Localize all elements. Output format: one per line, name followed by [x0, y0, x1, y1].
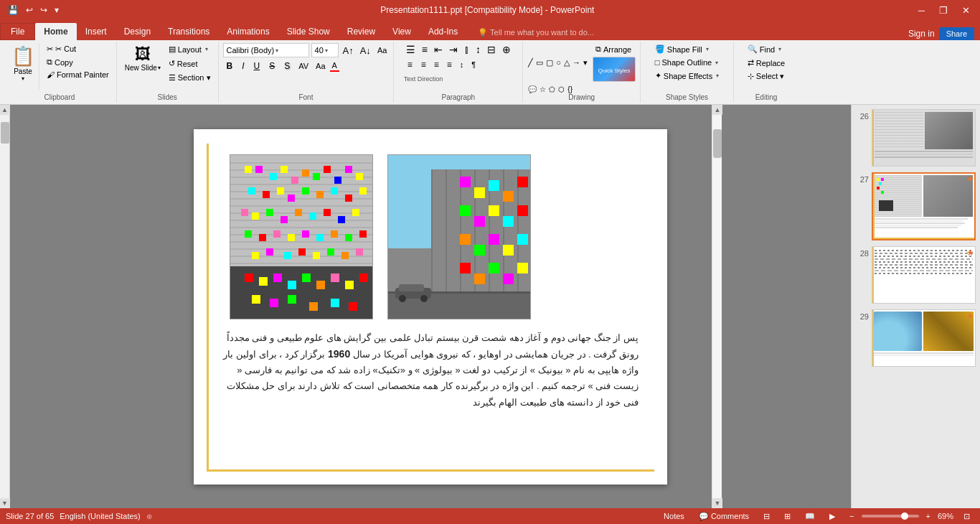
decrease-indent-button[interactable]: ⇤: [432, 43, 445, 56]
shape-arrow[interactable]: →: [572, 57, 581, 67]
reading-view-button[interactable]: 📖: [801, 511, 819, 522]
zoom-thumb[interactable]: [901, 513, 908, 520]
shape-line[interactable]: ╱: [527, 57, 534, 68]
thumbnail-27[interactable]: 27: [854, 171, 977, 242]
thumb-img-28[interactable]: [872, 246, 976, 304]
align-left-button[interactable]: ≡: [404, 58, 416, 71]
format-painter-button[interactable]: 🖌 Format Painter: [44, 69, 112, 80]
slide-vscroll[interactable]: ▲ ▼: [712, 105, 722, 508]
font-name-selector[interactable]: Calibri (Body) ▾: [223, 43, 309, 57]
new-slide-arrow[interactable]: ▾: [158, 65, 161, 71]
vscroll-up[interactable]: ▲: [712, 105, 722, 115]
italic-button[interactable]: I: [238, 60, 248, 72]
minimize-button[interactable]: ─: [914, 4, 929, 17]
slide-canvas[interactable]: پس از جنگ جهانی دوم و آغاز دهه شصت قرن ب…: [194, 129, 667, 485]
clear-formatting-button[interactable]: Aa: [375, 45, 389, 55]
tab-design[interactable]: Design: [116, 23, 159, 40]
vscroll-track[interactable]: [712, 115, 722, 498]
left-scroll-thumb[interactable]: [1, 122, 9, 144]
shape-rounded-rect[interactable]: ▢: [545, 57, 554, 68]
tab-transitions[interactable]: Transitions: [159, 23, 218, 40]
close-button[interactable]: ✕: [958, 4, 974, 17]
maximize-button[interactable]: ❐: [935, 4, 952, 17]
justify-button[interactable]: ≡: [444, 59, 455, 70]
tab-insert[interactable]: Insert: [77, 23, 116, 40]
new-slide-button[interactable]: 🖼 New Slide ▾: [121, 43, 164, 74]
normal-view-button[interactable]: ⊟: [759, 511, 774, 522]
replace-button[interactable]: ⇄ Replace: [745, 57, 788, 69]
increase-font-button[interactable]: A↑: [341, 45, 356, 57]
text-direction-button[interactable]: ↕: [473, 43, 483, 56]
shape-rect[interactable]: ▭: [535, 57, 544, 68]
numbering-button[interactable]: ≡: [420, 43, 430, 56]
align-center-button[interactable]: ≡: [418, 59, 429, 70]
share-button[interactable]: Share: [939, 27, 974, 40]
thumbnail-28[interactable]: 28 ★: [854, 245, 977, 305]
paste-dropdown-arrow[interactable]: ▾: [22, 75, 24, 82]
tab-view[interactable]: View: [384, 23, 420, 40]
shape-fill-button[interactable]: 🪣 Shape Fill ▾: [652, 43, 712, 55]
columns-button[interactable]: ⫿: [462, 43, 471, 56]
thumbnail-29[interactable]: 29: [854, 308, 977, 368]
shadow-button[interactable]: S: [281, 60, 293, 72]
thumb-img-26[interactable]: [872, 109, 976, 167]
decrease-font-button[interactable]: A↓: [358, 45, 373, 57]
paste-button[interactable]: 📋 Paste ▾: [7, 43, 39, 90]
bold-button[interactable]: B: [223, 60, 237, 72]
line-spacing-button[interactable]: ↕: [457, 60, 467, 70]
sign-in-button[interactable]: Sign in: [908, 29, 935, 39]
tab-file[interactable]: File: [0, 23, 35, 40]
underline-button[interactable]: U: [250, 60, 264, 72]
undo-icon[interactable]: ↩: [24, 4, 35, 17]
zoom-level[interactable]: 69%: [938, 512, 953, 520]
select-button[interactable]: ⊹ Select ▾: [745, 70, 788, 83]
accessibility-icon[interactable]: ⊕: [146, 513, 152, 520]
paragraph-spacing-button[interactable]: ¶: [468, 60, 479, 70]
align-text-button[interactable]: ⊟: [485, 43, 498, 56]
shape-effects-button[interactable]: ✦ Shape Effects ▾: [652, 70, 722, 82]
cut-button[interactable]: ✂ ✂ Cut: [44, 43, 112, 55]
zoom-track[interactable]: [862, 515, 919, 518]
thumbnail-26[interactable]: 26: [854, 108, 977, 168]
redo-icon[interactable]: ↪: [38, 4, 50, 17]
zoom-in-button[interactable]: +: [922, 511, 935, 521]
shape-triangle[interactable]: △: [563, 57, 570, 68]
font-name-arrow[interactable]: ▾: [275, 47, 278, 54]
find-button[interactable]: 🔍 Find ▾: [745, 43, 784, 55]
slideshow-button[interactable]: ▶: [825, 511, 839, 522]
tell-me-input[interactable]: 💡 Tell me what you want to do...: [473, 25, 598, 40]
language-indicator[interactable]: English (United States): [60, 512, 141, 520]
thumb-img-29[interactable]: [872, 309, 976, 367]
quick-styles-button[interactable]: Quick Styles: [593, 57, 636, 82]
arrange-button[interactable]: ⧉ Arrange: [593, 43, 636, 55]
save-icon[interactable]: 💾: [6, 4, 21, 17]
font-spacing-button[interactable]: AV: [296, 60, 311, 72]
layout-button[interactable]: ▤ Layout ▾: [166, 43, 214, 55]
section-button[interactable]: ☰ Section ▾: [166, 72, 214, 84]
layout-arrow[interactable]: ▾: [205, 46, 208, 52]
tab-addins[interactable]: Add-Ins: [420, 23, 466, 40]
notes-button[interactable]: Notes: [659, 511, 689, 521]
change-case-button[interactable]: Aa: [314, 61, 327, 71]
tab-slideshow[interactable]: Slide Show: [278, 23, 339, 40]
thumb-img-27[interactable]: [872, 172, 976, 240]
strikethrough-button[interactable]: S: [265, 60, 278, 72]
tab-review[interactable]: Review: [339, 23, 384, 40]
increase-indent-button[interactable]: ⇥: [447, 43, 460, 56]
shape-outline-button[interactable]: □ Shape Outline ▾: [652, 57, 721, 68]
vscroll-thumb[interactable]: [713, 129, 722, 158]
vscroll-down[interactable]: ▼: [712, 498, 722, 508]
slide-sorter-button[interactable]: ⊞: [780, 511, 795, 522]
comments-button[interactable]: 💬 Comments: [694, 511, 753, 522]
tab-animations[interactable]: Animations: [218, 23, 278, 40]
fit-window-button[interactable]: ⊡: [959, 511, 974, 522]
reset-button[interactable]: ↺ Reset: [166, 57, 214, 70]
font-color-button[interactable]: A: [330, 60, 339, 72]
shape-oval[interactable]: ○: [555, 57, 562, 67]
zoom-out-button[interactable]: −: [845, 511, 858, 521]
scroll-down-arrow[interactable]: ▼: [0, 498, 10, 508]
align-right-button[interactable]: ≡: [431, 59, 442, 70]
customize-quick-access-icon[interactable]: ▾: [52, 4, 61, 17]
shape-more[interactable]: ▾: [583, 57, 588, 68]
copy-button[interactable]: ⧉ Copy: [44, 56, 112, 68]
